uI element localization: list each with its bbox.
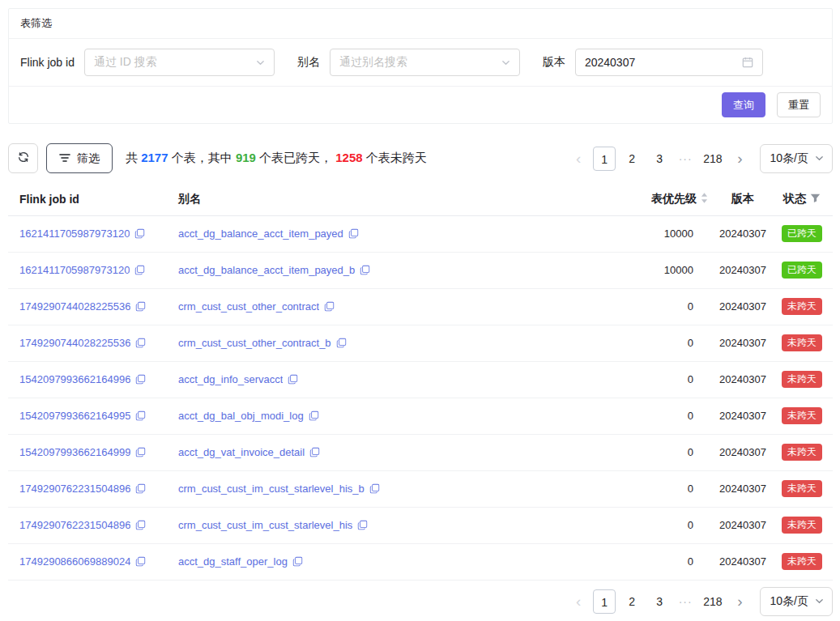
alias-link[interactable]: crm_cust_cust_other_contract_b xyxy=(178,337,331,349)
version-label: 版本 xyxy=(543,55,565,70)
alias-cell: acct_dg_bal_obj_modi_log xyxy=(167,398,561,434)
sort-icon[interactable] xyxy=(701,193,708,206)
copy-icon[interactable] xyxy=(324,301,335,312)
flink-job-id-link[interactable]: 1542097993662164999 xyxy=(19,446,130,458)
version-cell: 20240307 xyxy=(714,361,771,398)
flink-job-id-cell: 1749290744028225536 xyxy=(8,325,167,361)
version-cell: 20240307 xyxy=(714,215,771,252)
priority-cell: 0 xyxy=(561,361,714,398)
status-badge: 未跨天 xyxy=(782,480,822,497)
flink-job-id-link[interactable]: 1542097993662164996 xyxy=(19,373,130,385)
pagination-page-2[interactable]: 2 xyxy=(620,147,643,171)
column-header-priority[interactable]: 表优先级 xyxy=(561,183,714,215)
table-row: 1542097993662164996acct_dg_info_servacct… xyxy=(8,361,833,398)
flink-job-id-cell: 1542097993662164996 xyxy=(8,361,167,398)
copy-icon[interactable] xyxy=(336,338,347,348)
copy-icon[interactable] xyxy=(135,556,146,567)
status-cell: 未跨天 xyxy=(771,434,833,470)
pagination-prev-icon[interactable]: ‹ xyxy=(569,589,588,614)
table-row: 1621411705987973120acct_dg_balance_acct_… xyxy=(8,252,833,288)
page-size-select[interactable]: 10条/页 xyxy=(760,144,833,173)
table-row: 1621411705987973120acct_dg_balance_acct_… xyxy=(8,215,833,252)
copy-icon[interactable] xyxy=(309,447,320,457)
flink-job-id-link[interactable]: 1749290866069889024 xyxy=(19,555,130,568)
page-size-select-bottom[interactable]: 10条/页 xyxy=(760,587,833,616)
pagination-next-icon[interactable]: › xyxy=(731,147,750,171)
chevron-down-icon xyxy=(256,58,265,67)
reset-button[interactable]: 重置 xyxy=(777,92,821,117)
refresh-icon xyxy=(17,151,30,166)
version-field: 版本 20240307 xyxy=(543,49,763,76)
status-badge: 未跨天 xyxy=(782,371,822,388)
filter-fields-row: Flink job id 通过 ID 搜索 别名 通过别名搜索 xyxy=(9,39,832,87)
alias-link[interactable]: crm_cust_cust_im_cust_starlevel_his xyxy=(178,519,352,531)
bottom-bar: ‹123···218› 10条/页 xyxy=(8,587,833,621)
filter-funnel-icon[interactable] xyxy=(810,193,821,206)
copy-icon[interactable] xyxy=(135,410,146,421)
alias-link[interactable]: crm_cust_cust_other_contract xyxy=(178,300,319,313)
status-badge: 未跨天 xyxy=(782,407,822,424)
status-cell: 已跨天 xyxy=(771,252,833,288)
uncrossed-count: 1258 xyxy=(335,151,362,164)
filter-toggle-button[interactable]: 筛选 xyxy=(46,143,113,173)
pagination-page-218[interactable]: 218 xyxy=(700,147,725,171)
copy-icon[interactable] xyxy=(135,483,146,494)
version-date-input[interactable]: 20240307 xyxy=(575,49,763,76)
version-cell: 20240307 xyxy=(714,288,771,325)
copy-icon[interactable] xyxy=(348,228,359,239)
alias-link[interactable]: acct_dg_bal_obj_modi_log xyxy=(178,410,304,422)
pagination-page-218[interactable]: 218 xyxy=(700,589,725,614)
copy-icon[interactable] xyxy=(134,265,145,275)
pagination-ellipsis: ··· xyxy=(676,147,695,171)
copy-icon[interactable] xyxy=(360,265,370,275)
priority-cell: 10000 xyxy=(561,252,714,288)
copy-icon[interactable] xyxy=(135,520,146,530)
column-header-flink-job-id: Flink job id xyxy=(8,183,167,215)
pagination-page-3[interactable]: 3 xyxy=(648,147,671,171)
alias-cell: acct_dg_vat_invoice_detail xyxy=(167,434,561,470)
alias-select[interactable]: 通过别名搜索 xyxy=(330,49,520,76)
flink-job-id-link[interactable]: 1749290762231504896 xyxy=(19,483,130,495)
status-badge: 未跨天 xyxy=(782,517,822,534)
table-header-row: Flink job id 别名 表优先级 版本 状态 xyxy=(8,183,833,215)
alias-link[interactable]: acct_dg_balance_acct_item_payed xyxy=(178,228,343,240)
copy-icon[interactable] xyxy=(134,228,145,239)
pagination-next-icon[interactable]: › xyxy=(731,589,750,614)
summary-part: 共 xyxy=(126,151,141,164)
flink-job-id-link[interactable]: 1542097993662164995 xyxy=(19,410,130,422)
pagination-page-1[interactable]: 1 xyxy=(593,589,616,614)
copy-icon[interactable] xyxy=(357,520,368,530)
copy-icon[interactable] xyxy=(292,556,303,567)
copy-icon[interactable] xyxy=(135,301,146,312)
copy-icon[interactable] xyxy=(135,447,146,457)
flink-job-id-link[interactable]: 1749290744028225536 xyxy=(19,300,130,313)
copy-icon[interactable] xyxy=(135,338,146,348)
copy-icon[interactable] xyxy=(309,410,319,421)
flink-job-id-link[interactable]: 1749290762231504896 xyxy=(19,519,130,531)
pagination-page-2[interactable]: 2 xyxy=(620,589,643,614)
pagination-prev-icon[interactable]: ‹ xyxy=(569,147,588,171)
pagination-page-1[interactable]: 1 xyxy=(593,147,616,171)
alias-link[interactable]: acct_dg_info_servacct xyxy=(178,373,283,385)
alias-link[interactable]: crm_cust_cust_im_cust_starlevel_his_b xyxy=(178,483,365,495)
refresh-button[interactable] xyxy=(8,143,38,173)
pagination-page-3[interactable]: 3 xyxy=(648,589,671,614)
copy-icon[interactable] xyxy=(369,483,380,494)
filter-actions-row: 查询 重置 xyxy=(9,87,832,123)
total-count: 2177 xyxy=(141,151,168,164)
flink-job-id-link[interactable]: 1749290744028225536 xyxy=(19,337,130,349)
flink-job-id-link[interactable]: 1621411705987973120 xyxy=(19,264,130,276)
flink-job-id-select[interactable]: 通过 ID 搜索 xyxy=(84,49,275,76)
query-button[interactable]: 查询 xyxy=(722,92,765,117)
priority-cell: 0 xyxy=(561,507,714,543)
flink-job-id-cell: 1749290744028225536 xyxy=(8,288,167,325)
status-cell: 已跨天 xyxy=(771,215,833,252)
alias-link[interactable]: acct_dg_staff_oper_log xyxy=(178,555,288,568)
pagination-ellipsis: ··· xyxy=(676,589,695,614)
alias-link[interactable]: acct_dg_vat_invoice_detail xyxy=(178,446,305,458)
filter-panel: 表筛选 Flink job id 通过 ID 搜索 别名 通过别名搜索 xyxy=(8,8,833,124)
copy-icon[interactable] xyxy=(288,374,298,385)
flink-job-id-link[interactable]: 1621411705987973120 xyxy=(19,228,130,240)
alias-link[interactable]: acct_dg_balance_acct_item_payed_b xyxy=(178,264,355,276)
copy-icon[interactable] xyxy=(135,374,146,385)
